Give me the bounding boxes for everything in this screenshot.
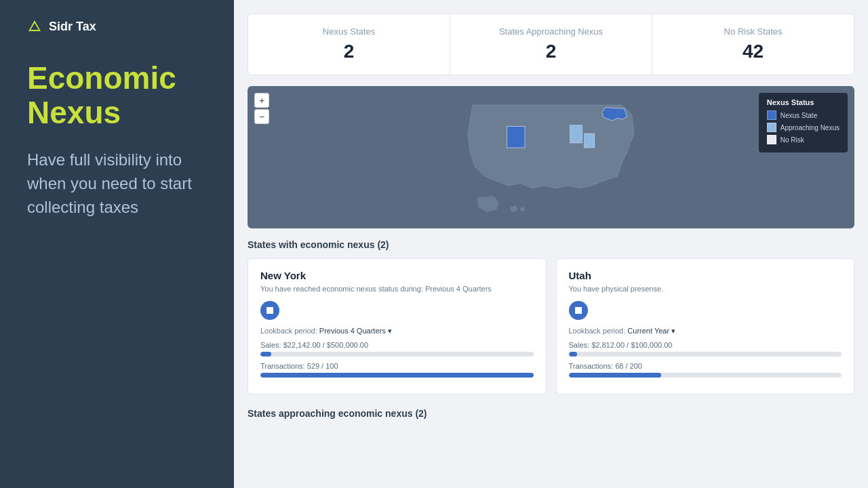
illinois-state	[570, 125, 583, 143]
new-york-lookback-value[interactable]: Previous 4 Quarters ▾	[319, 327, 392, 335]
new-york-icon	[260, 301, 279, 320]
right-panel: Nexus States 2 States Approaching Nexus …	[234, 0, 868, 488]
new-york-lookback-label: Lookback period: Previous 4 Quarters ▾	[260, 327, 534, 336]
stat-approaching: States Approaching Nexus 2	[450, 14, 652, 75]
approaching-swatch	[767, 123, 776, 132]
utah-card: Utah You have physical presense. Lookbac…	[556, 258, 855, 394]
states-grid: New York You have reached economic nexus…	[248, 258, 854, 394]
legend-approaching: Approaching Nexus	[767, 123, 840, 132]
heading-line2: Nexus	[27, 96, 207, 130]
stat-approaching-label: States Approaching Nexus	[467, 26, 635, 37]
new-york-transactions-track	[260, 373, 534, 378]
utah-sales-fill	[569, 352, 577, 357]
heading-line1: Economic	[27, 61, 207, 96]
new-york-transactions-label: Transactions: 529 / 100	[260, 362, 534, 370]
utah-sales-row: Sales: $2,812.00 / $100,000.00	[569, 341, 842, 357]
utah-transactions-row: Transactions: 68 / 200	[569, 362, 842, 378]
utah-name: Utah	[569, 270, 842, 281]
main-heading: Economic Nexus	[27, 61, 207, 129]
new-york-sales-fill	[260, 352, 271, 357]
new-york-transactions-row: Transactions: 529 / 100	[260, 362, 534, 378]
no-risk-label: No Risk	[781, 136, 804, 144]
approaching-state-2	[585, 134, 595, 148]
new-york-sales-track	[260, 352, 534, 357]
new-york-desc: You have reached economic nexus status d…	[260, 284, 534, 294]
new-york-sales-label: Sales: $22,142.00 / $500,000.00	[260, 341, 534, 349]
map-container: + −	[248, 86, 854, 228]
logo-area: Sidr Tax	[27, 19, 207, 34]
new-york-transactions-fill	[260, 373, 534, 378]
new-york-name: New York	[260, 270, 534, 281]
description-text: Have full visibility into when you need …	[27, 148, 207, 219]
legend-nexus-state: Nexus State	[767, 110, 840, 120]
stat-nexus-states-label: Nexus States	[264, 26, 433, 37]
left-panel: Sidr Tax Economic Nexus Have full visibi…	[0, 0, 234, 488]
zoom-in-button[interactable]: +	[254, 93, 269, 108]
stat-no-risk-label: No Risk States	[669, 26, 837, 37]
zoom-out-button[interactable]: −	[254, 109, 269, 124]
nexus-state-swatch	[767, 110, 776, 120]
utah-sales-label: Sales: $2,812.00 / $100,000.00	[569, 341, 842, 349]
legend-no-risk: No Risk	[767, 135, 840, 144]
approaching-label: Approaching Nexus	[781, 124, 840, 131]
stat-nexus-states: Nexus States 2	[248, 14, 450, 75]
logo-text: Sidr Tax	[49, 20, 96, 34]
utah-transactions-fill	[569, 373, 662, 378]
utah-lookback-label: Lookback period: Current Year ▾	[569, 327, 842, 336]
nexus-section-title: States with economic nexus (2)	[248, 239, 854, 250]
utah-lookback-value[interactable]: Current Year ▾	[627, 327, 675, 335]
no-risk-swatch	[767, 135, 776, 144]
utah-desc: You have physical presense.	[569, 284, 842, 294]
utah-transactions-label: Transactions: 68 / 200	[569, 362, 842, 370]
logo-icon	[27, 19, 42, 34]
map-controls: + −	[254, 93, 269, 124]
utah-transactions-track	[569, 373, 842, 378]
utah-sales-track	[569, 352, 842, 357]
nexus-state-label: Nexus State	[781, 112, 817, 119]
stats-bar: Nexus States 2 States Approaching Nexus …	[248, 14, 854, 75]
new-york-sales-row: Sales: $22,142.00 / $500,000.00	[260, 341, 534, 357]
stat-no-risk-value: 42	[669, 41, 837, 62]
legend-title: Nexus Status	[767, 98, 840, 106]
stat-nexus-states-value: 2	[264, 41, 433, 62]
stat-no-risk: No Risk States 42	[652, 14, 854, 75]
utah-state	[507, 127, 525, 148]
approaching-section-title: States approaching economic nexus (2)	[248, 405, 854, 422]
map-legend: Nexus Status Nexus State Approaching Nex…	[759, 93, 848, 152]
stat-approaching-value: 2	[467, 41, 635, 62]
new-york-card: New York You have reached economic nexus…	[248, 258, 547, 394]
utah-icon	[569, 301, 588, 320]
